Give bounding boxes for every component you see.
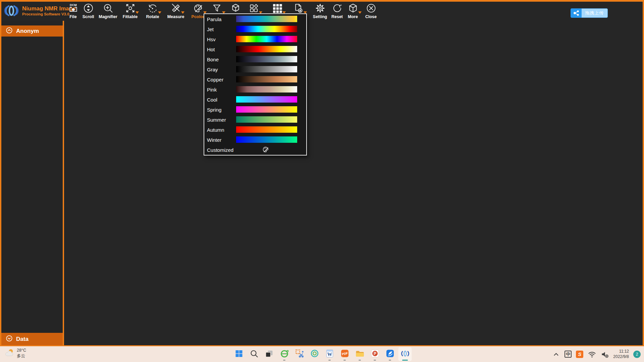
colormap-gradient-swatch: [236, 96, 297, 103]
ie-browser-icon: [280, 349, 289, 359]
colormap-gradient-swatch: [236, 116, 297, 123]
file-explorer-icon: [355, 349, 365, 359]
colormap-gradient-swatch: [236, 86, 297, 93]
colormap-gradient-swatch: [236, 136, 297, 143]
colormap-option-winter[interactable]: Winter: [204, 135, 306, 145]
colormap-option-spring[interactable]: Spring: [204, 105, 306, 115]
colormap-option-label: Pink: [207, 87, 217, 93]
colormap-gradient-swatch: [236, 36, 297, 42]
svg-text:P: P: [373, 351, 376, 356]
colormap-option-label: Winter: [207, 137, 221, 143]
colormap-option-bone[interactable]: Bone: [204, 54, 306, 64]
colormap-option-label: Cool: [207, 97, 217, 103]
colormap-option-label: Hsv: [207, 37, 216, 42]
taskbar-app-word[interactable]: W: [323, 347, 336, 361]
colormap-option-label: Hot: [207, 47, 215, 52]
taskbar-app-pdf[interactable]: PDF: [338, 347, 352, 361]
taskbar-app-ie-browser[interactable]: [278, 347, 291, 361]
running-indicator: [374, 360, 376, 361]
circle-app-icon: [310, 349, 319, 359]
colormap-option-gray[interactable]: Gray: [204, 64, 306, 74]
search-icon: [250, 349, 259, 359]
running-indicator: [328, 360, 331, 361]
clock-widget[interactable]: 11:12 2022/9/8: [613, 349, 629, 359]
colormap-option-label: Bone: [207, 57, 219, 62]
chevron-up-circle-icon: [6, 27, 13, 36]
task-view-icon: [265, 349, 274, 359]
colormap-gradient-swatch: [236, 106, 297, 113]
taskbar-app-task-view[interactable]: [263, 347, 276, 361]
colormap-option-label: Spring: [207, 107, 221, 113]
running-indicator: [402, 360, 408, 361]
taskbar-app-powerpoint[interactable]: P: [368, 347, 382, 361]
taskbar-app-blue-app[interactable]: [383, 347, 397, 361]
colormap-option-parula[interactable]: Parula: [204, 14, 306, 24]
colormap-option-copper[interactable]: Copper: [204, 74, 306, 84]
start-icon: [235, 349, 244, 359]
colormap-option-hsv[interactable]: Hsv: [204, 34, 306, 44]
taskbar: 28°C 多云 WPDFP 中 S 11:12 2022: [0, 346, 644, 362]
taskbar-app-circle-app[interactable]: [308, 347, 321, 361]
system-tray: 中 S 11:12 2022/9/8 2: [552, 346, 641, 362]
colormap-gradient-swatch: [236, 66, 297, 72]
colormap-option-summer[interactable]: Summer: [204, 115, 306, 125]
sidebar-data-label: Data: [16, 336, 29, 343]
taskbar-app-file-explorer[interactable]: [353, 347, 367, 361]
upload-button-label: 拖拽上传: [582, 8, 608, 18]
chevron-down-circle-icon: [6, 335, 13, 344]
wifi-icon[interactable]: [588, 350, 596, 358]
running-indicator: [343, 360, 346, 361]
sidebar: Anonym Data: [1, 21, 63, 345]
niumag-logo-icon: [3, 3, 19, 18]
colormap-gradient-swatch: [236, 26, 297, 32]
close-icon: [355, 3, 387, 14]
word-icon: W: [325, 349, 334, 359]
colormap-gradient-swatch: [236, 46, 297, 52]
toolbar-button-close[interactable]: Close: [355, 3, 387, 19]
powerpoint-icon: P: [370, 349, 379, 359]
colormap-gradient-swatch: [236, 126, 297, 133]
colormap-option-label: Gray: [207, 67, 218, 72]
ime-indicator[interactable]: 中: [565, 351, 572, 358]
niumag-icon: [400, 349, 410, 359]
colormap-option-autumn[interactable]: Autumn: [204, 125, 306, 135]
taskbar-app-snipping-tool[interactable]: [293, 347, 306, 361]
sogou-input-icon[interactable]: S: [576, 351, 583, 358]
weather-icon: [4, 348, 14, 359]
volume-muted-icon[interactable]: [601, 350, 609, 358]
running-indicator: [283, 360, 285, 361]
blue-app-icon: [385, 349, 394, 359]
cloud-upload-button[interactable]: 拖拽上传: [571, 8, 608, 18]
sidebar-section-anonym[interactable]: Anonym: [1, 25, 63, 37]
colormap-option-label: Parula: [207, 16, 221, 22]
colormap-gradient-swatch: [236, 56, 297, 62]
colormap-gradient-swatch: [236, 76, 297, 82]
hidden-icons-chevron-icon[interactable]: [552, 351, 560, 358]
sidebar-anonym-label: Anonym: [16, 28, 39, 35]
colormap-gradient-swatch: [236, 16, 297, 22]
colormap-option-pink[interactable]: Pink: [204, 84, 306, 95]
taskbar-apps: WPDFP: [232, 347, 412, 361]
colormap-option-customized[interactable]: Customized: [204, 145, 306, 155]
colormap-option-jet[interactable]: Jet: [204, 24, 306, 34]
notification-badge[interactable]: 2: [633, 351, 641, 358]
image-canvas: [64, 21, 643, 345]
weather-temperature: 28°C: [17, 348, 26, 353]
taskbar-app-search[interactable]: [248, 347, 261, 361]
colormap-option-cool[interactable]: Cool: [204, 95, 306, 105]
taskbar-app-start[interactable]: [232, 347, 246, 361]
toolbar: Niumag NMR Image Processing Software V3.…: [1, 2, 643, 21]
colormap-option-label: Autumn: [207, 127, 224, 133]
pdf-icon: PDF: [340, 349, 349, 359]
running-indicator: [389, 360, 391, 361]
weather-text: 28°C 多云: [17, 348, 26, 359]
netdisk-icon: [571, 8, 582, 18]
colormap-option-hot[interactable]: Hot: [204, 44, 306, 54]
sidebar-section-data[interactable]: Data: [1, 333, 63, 345]
weather-condition: 多云: [17, 353, 26, 359]
toolbar-button-label: Close: [355, 14, 387, 19]
snipping-tool-icon: [295, 349, 304, 359]
weather-widget[interactable]: 28°C 多云: [4, 348, 26, 359]
taskbar-app-niumag[interactable]: [398, 347, 412, 361]
window-body: Niumag NMR Image Processing Software V3.…: [1, 2, 643, 345]
